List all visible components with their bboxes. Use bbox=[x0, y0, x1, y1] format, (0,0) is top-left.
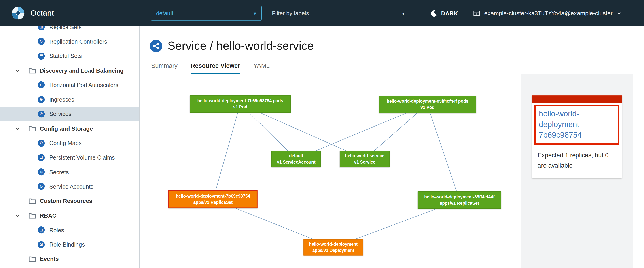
sidebar-group-config-and-storage[interactable]: Config and Storage bbox=[0, 121, 139, 136]
sidebar-item-horizontal-pod-autoscalers[interactable]: ↔ Horizontal Pod Autoscalers bbox=[0, 78, 139, 92]
label-filter-input[interactable]: Filter by labels ▾ bbox=[272, 7, 404, 19]
sidebar-item-label: Horizontal Pod Autoscalers bbox=[49, 82, 118, 88]
cluster-selector[interactable]: example-cluster-ka3TuTzYo4a@example-clus… bbox=[473, 0, 621, 26]
namespace-selector[interactable]: default ▾ bbox=[151, 6, 262, 20]
node-label: hello-world-deployment-85ff4cf44f pods bbox=[386, 98, 468, 104]
role-bindings-icon: ⊠ bbox=[38, 241, 45, 248]
app-header: Octant default ▾ Filter by labels ▾ DARK bbox=[0, 0, 644, 26]
sidebar-item-label: Role Bindings bbox=[49, 241, 85, 248]
sidebar-item-config-maps[interactable]: ⚙ Config Maps bbox=[0, 136, 139, 150]
node-kind: apps/v1 ReplicaSet bbox=[440, 200, 479, 206]
folder-icon bbox=[29, 213, 36, 218]
node-label: hello-world-deployment bbox=[309, 241, 358, 248]
graph-node-pod-7b69c98754[interactable]: hello-world-deployment-7b69c98754 pods v… bbox=[190, 95, 291, 112]
sidebar-item-ingresses[interactable]: ⊕ Ingresses bbox=[0, 92, 139, 107]
sidebar-item-secrets[interactable]: ⊗ Secrets bbox=[0, 165, 139, 179]
sidebar: ⊞ Replica Sets ↻ Replication Controllers… bbox=[0, 26, 140, 268]
node-label: default bbox=[289, 153, 303, 159]
node-label: hello-world-service bbox=[345, 153, 384, 159]
sidebar-item-label: Replication Controllers bbox=[49, 38, 107, 45]
service-accounts-icon: ⊚ bbox=[38, 183, 45, 190]
status-card: hello-world-deployment-7b69c98754 Expect… bbox=[532, 95, 622, 178]
graph-node-service-hello-world[interactable]: hello-world-service v1 Service bbox=[340, 151, 390, 167]
theme-toggle-label: DARK bbox=[441, 10, 458, 16]
sidebar-group-custom-resources[interactable]: Custom Resources bbox=[0, 194, 139, 208]
label-filter-placeholder: Filter by labels bbox=[272, 10, 309, 16]
namespace-selected-value: default bbox=[156, 10, 173, 16]
node-detail-panel: hello-world-deployment-7b69c98754 Expect… bbox=[521, 74, 633, 268]
replica-sets-icon: ⊞ bbox=[38, 26, 45, 31]
node-kind: v1 Service bbox=[354, 159, 375, 165]
sidebar-item-services[interactable]: ⊙ Services bbox=[0, 107, 139, 121]
tab-resource-viewer[interactable]: Resource Viewer bbox=[191, 62, 240, 74]
sidebar-item-label: Persistent Volume Claims bbox=[49, 154, 115, 160]
selected-node-title[interactable]: hello-world-deployment-7b69c98754 bbox=[539, 110, 582, 140]
horizontal-pod-autoscalers-icon: ↔ bbox=[38, 82, 45, 88]
graph-node-deployment-hello-world[interactable]: hello-world-deployment apps/v1 Deploymen… bbox=[304, 239, 363, 256]
graph-edge bbox=[427, 104, 460, 200]
graph-node-replicaset-7b69c98754[interactable]: hello-world-deployment-7b69c98754 apps/v… bbox=[168, 190, 258, 208]
status-error-bar bbox=[532, 95, 622, 103]
node-label: hello-world-deployment-85ff4cf44f bbox=[424, 194, 494, 200]
octant-app: Octant default ▾ Filter by labels ▾ DARK bbox=[0, 0, 644, 268]
octant-logo bbox=[12, 6, 24, 20]
secrets-icon: ⊗ bbox=[38, 168, 45, 176]
sidebar-item-label: Services bbox=[49, 111, 71, 117]
tab-yaml[interactable]: YAML bbox=[253, 62, 270, 74]
sidebar-group-label: Events bbox=[40, 256, 58, 262]
sidebar-item-label: Roles bbox=[49, 227, 64, 233]
sidebar-group-label: Config and Storage bbox=[40, 125, 93, 132]
folder-icon bbox=[29, 126, 36, 132]
node-kind: v1 ServiceAccount bbox=[277, 159, 316, 165]
resource-graph: hello-world-deployment-7b69c98754 pods v… bbox=[140, 74, 520, 268]
sidebar-group-label: Discovery and Load Balancing bbox=[40, 67, 124, 74]
sidebar-item-roles[interactable]: ⊡ Roles bbox=[0, 223, 139, 237]
tab-summary[interactable]: Summary bbox=[151, 62, 178, 74]
service-icon bbox=[150, 40, 162, 52]
node-kind: v1 Pod bbox=[233, 104, 247, 110]
caret-down-icon: ▾ bbox=[254, 10, 256, 16]
chevron-down-icon bbox=[617, 11, 621, 16]
cluster-icon bbox=[473, 10, 480, 16]
node-kind: apps/v1 Deployment bbox=[312, 248, 354, 254]
selected-node-title-box: hello-world-deployment-7b69c98754 bbox=[534, 105, 620, 144]
chevron-down-icon bbox=[15, 126, 20, 131]
graph-node-replicaset-85ff4cf44f[interactable]: hello-world-deployment-85ff4cf44f apps/v… bbox=[418, 192, 501, 209]
graph-node-serviceaccount-default[interactable]: default v1 ServiceAccount bbox=[272, 151, 321, 167]
resource-viewer-content: hello-world-deployment-7b69c98754 pods v… bbox=[140, 74, 644, 268]
page-title-row: Service / hello-world-service bbox=[140, 26, 644, 56]
sidebar-item-replication-controllers[interactable]: ↻ Replication Controllers bbox=[0, 34, 139, 49]
stateful-sets-icon: ☰ bbox=[38, 52, 45, 60]
sidebar-group-discovery-and-load-balancing[interactable]: Discovery and Load Balancing bbox=[0, 63, 139, 78]
cluster-label: example-cluster-ka3TuTzYo4a@example-clus… bbox=[484, 10, 613, 16]
sidebar-group-label: Custom Resources bbox=[40, 198, 92, 204]
tab-bar: Summary Resource Viewer YAML bbox=[140, 56, 633, 74]
sidebar-item-label: Secrets bbox=[49, 169, 69, 175]
sidebar-item-label: Service Accounts bbox=[49, 183, 93, 190]
sidebar-item-replica-sets[interactable]: ⊞ Replica Sets bbox=[0, 26, 139, 34]
sidebar-item-persistent-volume-claims[interactable]: ⊟ Persistent Volume Claims bbox=[0, 150, 139, 165]
node-kind: v1 Pod bbox=[420, 104, 434, 111]
node-label: hello-world-deployment-7b69c98754 bbox=[176, 193, 250, 199]
sidebar-group-events[interactable]: Events bbox=[0, 252, 139, 266]
sidebar-group-label: RBAC bbox=[40, 212, 56, 219]
sidebar-item-label: Ingresses bbox=[49, 96, 74, 103]
folder-icon bbox=[29, 198, 36, 204]
chevron-down-icon bbox=[15, 68, 20, 73]
services-icon: ⊙ bbox=[38, 110, 45, 118]
moon-icon bbox=[430, 10, 438, 16]
sidebar-item-service-accounts[interactable]: ⊚ Service Accounts bbox=[0, 179, 139, 194]
ingresses-icon: ⊕ bbox=[38, 96, 45, 103]
sidebar-item-role-bindings[interactable]: ⊠ Role Bindings bbox=[0, 237, 139, 252]
sidebar-group-rbac[interactable]: RBAC bbox=[0, 208, 139, 223]
node-label: hello-world-deployment-7b69c98754 pods bbox=[198, 98, 283, 104]
theme-toggle-dark[interactable]: DARK bbox=[430, 0, 458, 26]
sidebar-item-label: Replica Sets bbox=[49, 26, 82, 30]
folder-icon bbox=[29, 256, 36, 262]
graph-edge bbox=[213, 104, 240, 199]
config-maps-icon: ⚙ bbox=[38, 140, 45, 146]
replication-controllers-icon: ↻ bbox=[38, 38, 45, 45]
graph-node-pod-85ff4cf44f[interactable]: hello-world-deployment-85ff4cf44f pods v… bbox=[379, 96, 476, 113]
sidebar-item-stateful-sets[interactable]: ☰ Stateful Sets bbox=[0, 49, 139, 63]
roles-icon: ⊡ bbox=[38, 226, 45, 234]
